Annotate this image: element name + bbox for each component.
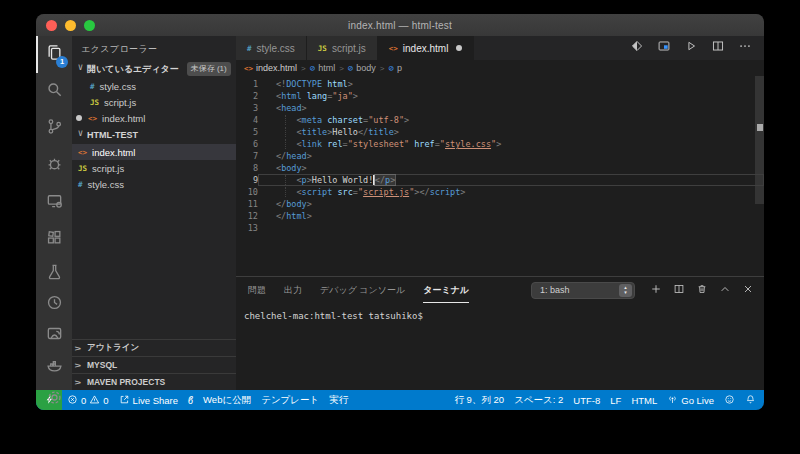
code-line-12[interactable]: 12</html> xyxy=(236,210,764,222)
breadcrumb-file[interactable]: <> index.html xyxy=(244,63,297,73)
code-line-4[interactable]: 4 <meta charset="utf-8"> xyxy=(236,114,764,126)
activity-docker[interactable] xyxy=(36,351,72,382)
activity-search[interactable] xyxy=(36,73,72,110)
activity-live-share[interactable] xyxy=(36,320,72,351)
activity-debug[interactable] xyxy=(36,147,72,184)
search-icon xyxy=(45,80,64,103)
js-file-icon: JS xyxy=(90,98,99,107)
settings-gear-icon xyxy=(45,388,64,411)
new-terminal-icon[interactable] xyxy=(650,281,662,299)
activity-run-history[interactable] xyxy=(36,289,72,320)
code-line-6[interactable]: 6 <link rel="stylesheet" href="style.css… xyxy=(236,138,764,150)
language-status[interactable]: HTML xyxy=(626,390,662,410)
open-editor-style-css[interactable]: # style.css xyxy=(72,78,236,94)
live-share-icon xyxy=(45,324,64,347)
chevron-down-icon: > xyxy=(76,63,85,74)
file-style-css[interactable]: # style.css xyxy=(72,176,236,192)
shell-select[interactable]: 1: bash ▴▾ xyxy=(531,282,635,299)
chevron-right-icon: > xyxy=(74,361,85,370)
terminal-prompt: chelchel-mac:html-test tatsuhiko$ xyxy=(244,311,423,321)
encoding-status[interactable]: UTF-8 xyxy=(568,390,605,410)
code-line-7[interactable]: 7</head> xyxy=(236,150,764,162)
explorer-badge: 1 xyxy=(56,56,68,68)
code-line-9[interactable]: 9 <p>Hello World!</p> xyxy=(236,174,764,186)
activity-settings[interactable] xyxy=(36,382,72,410)
publish-web-status[interactable]: Webに公開 xyxy=(198,390,256,410)
activity-source-control[interactable] xyxy=(36,110,72,147)
code-line-1[interactable]: 1<!DOCTYPE html> xyxy=(236,78,764,90)
split-terminal-icon[interactable] xyxy=(673,281,685,299)
terminal[interactable]: chelchel-mac:html-test tatsuhiko$ xyxy=(236,303,764,390)
template-status[interactable]: テンプレート xyxy=(256,390,324,410)
activity-test[interactable] xyxy=(36,258,72,289)
zoom-window-button[interactable] xyxy=(84,20,95,31)
breadcrumb-html[interactable]: ⊘ html xyxy=(310,63,335,73)
breadcrumb-p[interactable]: ⊘ p xyxy=(388,63,401,73)
kill-terminal-icon[interactable] xyxy=(696,281,708,299)
indentation-status[interactable]: スペース: 2 xyxy=(509,390,568,410)
extensions-icon xyxy=(45,228,64,251)
line-number: 6 xyxy=(236,138,258,150)
live-share-status[interactable]: Live Share xyxy=(114,390,183,410)
code-line-8[interactable]: 8<body> xyxy=(236,162,764,174)
section-mysql[interactable]: > MYSQL xyxy=(72,356,236,373)
open-editor-script-js[interactable]: JS script.js xyxy=(72,94,236,110)
warning-icon xyxy=(89,394,100,407)
code-line-2[interactable]: 2<html lang="ja"> xyxy=(236,90,764,102)
folder-header[interactable]: > HTML-TEST xyxy=(72,126,236,144)
file-index-html[interactable]: <> index.html xyxy=(72,144,236,160)
code-line-10[interactable]: 10 <script src="script.js"></script> xyxy=(236,186,764,198)
breadcrumb-body[interactable]: ⊘ body xyxy=(348,63,376,73)
activity-remote-explorer[interactable] xyxy=(36,184,72,221)
line-number: 13 xyxy=(236,222,258,234)
chevron-down-icon: > xyxy=(76,129,85,140)
js-file-icon: JS xyxy=(78,164,87,173)
source-control-icon xyxy=(45,117,64,140)
debug-icon xyxy=(45,154,64,177)
maximize-panel-icon[interactable] xyxy=(719,281,731,299)
run-code-icon[interactable] xyxy=(684,39,698,57)
editor-actions xyxy=(630,36,764,60)
status-bar: 0 0 Live Share ϐ Webに公開 テンプレート 実行 行 9、列 … xyxy=(36,390,764,410)
notifications-status[interactable] xyxy=(740,390,761,410)
feedback-status[interactable] xyxy=(719,390,740,410)
preview-browser-icon[interactable] xyxy=(657,39,671,57)
panel-tab-output[interactable]: 出力 xyxy=(284,277,302,303)
panel-tab-terminal[interactable]: ターミナル xyxy=(423,277,469,303)
panel-tab-debug-console[interactable]: デバッグ コンソール xyxy=(320,277,405,303)
panel-tab-problems[interactable]: 問題 xyxy=(248,277,266,303)
activity-extensions[interactable] xyxy=(36,221,72,258)
tab-style-css[interactable]: # style.css xyxy=(236,36,307,60)
section-maven-projects[interactable]: > MAVEN PROJECTS xyxy=(72,373,236,390)
html-file-icon: <> xyxy=(78,148,87,157)
panel-header: 問題 出力 デバッグ コンソール ターミナル 1: bash ▴▾ xyxy=(236,277,764,303)
run-status[interactable]: 実行 xyxy=(324,390,353,410)
split-editor-icon[interactable] xyxy=(711,39,725,57)
format-diamond-icon[interactable] xyxy=(630,39,644,57)
code-line-5[interactable]: 5 <title>Hello</title> xyxy=(236,126,764,138)
window-title: index.html — html-test xyxy=(36,20,764,31)
cursor-position-status[interactable]: 行 9、列 20 xyxy=(449,390,509,410)
line-number: 10 xyxy=(236,186,258,198)
minimize-window-button[interactable] xyxy=(65,20,76,31)
code-editor[interactable]: 1<!DOCTYPE html>2<html lang="ja">3<head>… xyxy=(236,76,764,276)
go-live-status[interactable]: Go Live xyxy=(662,390,719,410)
code-line-3[interactable]: 3<head> xyxy=(236,102,764,114)
line-number: 2 xyxy=(236,90,258,102)
beta-status[interactable]: ϐ xyxy=(183,390,198,410)
close-window-button[interactable] xyxy=(46,20,57,31)
tab-index-html[interactable]: <> index.html xyxy=(378,36,475,60)
more-actions-icon[interactable] xyxy=(738,39,752,57)
run-history-icon xyxy=(45,293,64,316)
tab-script-js[interactable]: JS script.js xyxy=(307,36,378,60)
code-line-11[interactable]: 11</body> xyxy=(236,198,764,210)
code-line-13[interactable]: 13 xyxy=(236,222,764,234)
file-script-js[interactable]: JS script.js xyxy=(72,160,236,176)
eol-status[interactable]: LF xyxy=(605,390,626,410)
section-outline[interactable]: > アウトライン xyxy=(72,339,236,356)
close-panel-icon[interactable] xyxy=(742,281,754,299)
open-editor-index-html[interactable]: <> index.html xyxy=(72,110,236,126)
beta-icon: ϐ xyxy=(188,395,193,406)
activity-explorer[interactable]: 1 xyxy=(36,36,72,73)
open-editors-header[interactable]: > 開いているエディター 未保存 (1) xyxy=(72,60,236,78)
